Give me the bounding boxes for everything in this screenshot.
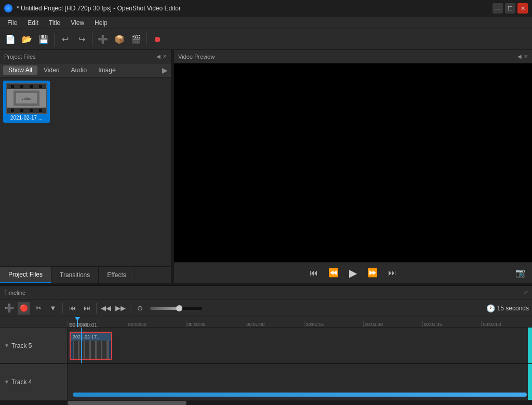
file-browser: video 2021-02-17 ...: [0, 77, 171, 266]
prev-marker-button[interactable]: ⏮: [66, 302, 78, 315]
clip-thumbnail: [71, 341, 111, 359]
svg-rect-4: [74, 341, 78, 359]
toolbar-separator-3: [147, 33, 147, 46]
screenshot-icon[interactable]: 📷: [515, 268, 526, 278]
right-panel: Video Preview ◀ ✕ ⏮ ⏪ ▶ ⏩ ⏭ 📷: [174, 50, 532, 283]
undo-button[interactable]: ↩: [58, 32, 72, 47]
add-button[interactable]: ➕: [96, 32, 110, 47]
filter-tab-audio[interactable]: Audio: [66, 66, 92, 75]
scrollbar-thumb[interactable]: [68, 401, 187, 405]
preview-arrow-left-icon[interactable]: ◀: [517, 54, 522, 59]
filter-tabs: Show All Video Audio Image ▶: [0, 63, 171, 77]
film-hole: [39, 109, 42, 112]
preview-controls: ⏮ ⏪ ▶ ⏩ ⏭ 📷: [174, 262, 532, 283]
toolbar-separator-1: [54, 33, 55, 46]
scrollbar-track[interactable]: [68, 401, 464, 405]
import-button[interactable]: 📦: [112, 32, 127, 47]
next-marker-button[interactable]: ⏭: [81, 302, 93, 315]
minimize-button[interactable]: —: [493, 3, 503, 14]
clip-header: 2021-02-17...: [71, 333, 111, 341]
zoom-slider-thumb[interactable]: [176, 305, 182, 311]
timeline-icon[interactable]: ⤢: [524, 290, 528, 295]
close-button[interactable]: ✕: [517, 3, 528, 14]
maximize-button[interactable]: ☐: [505, 3, 515, 14]
track-4-end-bar: [528, 364, 532, 400]
panel-header-icons: ◀ ✕: [156, 54, 167, 59]
toolbar-separator-2: [92, 33, 92, 46]
menu-view[interactable]: View: [65, 18, 89, 28]
panel-close-icon[interactable]: ✕: [163, 54, 167, 59]
center-button[interactable]: ⊙: [134, 302, 146, 315]
forward-end-button[interactable]: ⏭: [386, 266, 398, 280]
razor-button[interactable]: ✂: [32, 302, 45, 315]
rewind-button[interactable]: ⏪: [326, 266, 341, 280]
svg-rect-9: [102, 341, 107, 359]
redo-button[interactable]: ↪: [74, 32, 89, 47]
left-panel: Project Files ◀ ✕ Show All Video Audio I…: [0, 50, 171, 283]
track-5-content[interactable]: 2021-02-17...: [68, 328, 532, 363]
menu-title[interactable]: Title: [44, 18, 65, 28]
preview-title: Video Preview: [178, 54, 215, 60]
timeline-toolbar: ➕ 🔴 ✂ ▼ ⏮ ⏭ ◀◀ ▶▶ ⊙ 🕐 15 seconds: [0, 299, 532, 317]
track-4-expand-icon[interactable]: ▼: [4, 379, 9, 385]
film-hole: [11, 109, 14, 112]
remove-clip-button[interactable]: 🔴: [18, 302, 30, 315]
film-hole: [20, 85, 23, 88]
duration-display: 🕐 15 seconds: [486, 304, 529, 312]
bottom-tabs: Project Files Transitions Effects: [0, 266, 171, 283]
file-item[interactable]: video 2021-02-17 ...: [3, 81, 50, 123]
track-end-bar: [528, 328, 532, 363]
svg-rect-7: [91, 341, 95, 359]
track-5-expand-icon[interactable]: ▼: [4, 343, 9, 348]
open-file-button[interactable]: 📂: [20, 32, 34, 47]
new-file-button[interactable]: 📄: [3, 32, 18, 47]
export-button[interactable]: 🎬: [129, 32, 143, 47]
timeline-tracks: 00:00:00:01 00:00:15 00:00:30 00:00:45 0…: [0, 317, 532, 401]
add-track-button[interactable]: ➕: [3, 302, 16, 315]
timeline-header: Timeline ⤢: [0, 286, 532, 299]
filter-tab-image[interactable]: Image: [93, 66, 121, 75]
tab-project-files[interactable]: Project Files: [0, 267, 51, 283]
film-content: video: [7, 89, 46, 108]
tab-effects[interactable]: Effects: [99, 267, 135, 283]
title-bar: * Untitled Project [HD 720p 30 fps] - Op…: [0, 0, 532, 17]
timeline-clip-1[interactable]: 2021-02-17...: [70, 332, 112, 360]
save-file-button[interactable]: 💾: [36, 32, 51, 47]
menu-help[interactable]: Help: [89, 18, 113, 28]
zoom-slider[interactable]: [150, 307, 202, 310]
play-button[interactable]: ▶: [347, 265, 359, 281]
track-4-row: ▼ Track 4: [0, 364, 532, 400]
track-5-label: ▼ Track 5: [0, 328, 68, 363]
svg-rect-6: [85, 341, 89, 359]
track-4-content[interactable]: [68, 364, 532, 400]
jump-back-button[interactable]: ◀◀: [100, 302, 112, 315]
filter-button[interactable]: ▼: [47, 302, 59, 315]
rewind-start-button[interactable]: ⏮: [308, 266, 320, 280]
timeline-separator: [62, 303, 63, 313]
window-title: * Untitled Project [HD 720p 30 fps] - Op…: [17, 5, 488, 12]
preview-header: Video Preview ◀ ✕: [174, 50, 532, 63]
menu-file[interactable]: File: [2, 18, 22, 28]
panel-arrow-left-icon[interactable]: ◀: [156, 54, 161, 59]
jump-forward-button[interactable]: ▶▶: [114, 302, 127, 315]
filter-tab-video[interactable]: Video: [38, 66, 64, 75]
track-5-row: ▼ Track 5 2021-02-17...: [0, 328, 532, 364]
ruler-markers: 00:00:15 00:00:30 00:00:45 00:01:00 00:0…: [68, 321, 532, 327]
tab-transitions[interactable]: Transitions: [51, 267, 99, 283]
menu-bar: File Edit Title View Help: [0, 17, 532, 29]
menu-edit[interactable]: Edit: [22, 18, 44, 28]
file-label: 2021-02-17 ...: [10, 115, 43, 121]
preview-close-icon[interactable]: ✕: [524, 54, 528, 59]
record-button[interactable]: ⏺: [150, 32, 165, 47]
horizontal-scrollbar[interactable]: [0, 401, 532, 405]
timeline-title: Timeline: [4, 290, 25, 296]
filter-tab-showall[interactable]: Show All: [3, 66, 37, 75]
svg-rect-8: [97, 341, 101, 359]
film-hole: [20, 109, 23, 112]
film-strip-bottom: [7, 108, 46, 113]
file-thumbnail: video: [6, 83, 47, 114]
playhead-arrow: [75, 317, 80, 321]
fast-forward-button[interactable]: ⏩: [365, 266, 380, 280]
filter-arrow-icon[interactable]: ▶: [162, 66, 168, 74]
film-hole: [30, 109, 33, 112]
